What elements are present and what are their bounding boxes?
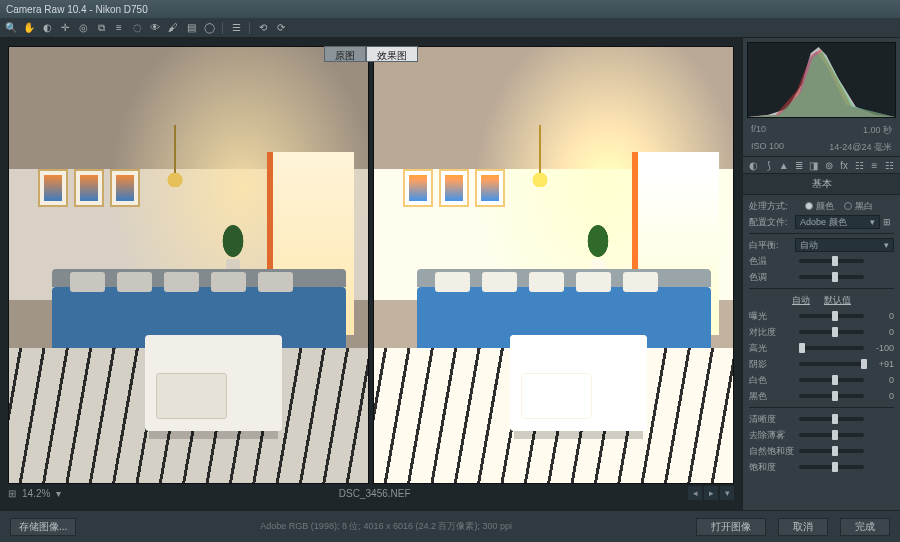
tab-snapshot-icon[interactable]: ☷ (883, 158, 896, 172)
white-balance-icon[interactable]: ◐ (40, 21, 54, 35)
profile-select[interactable]: Adobe 颜色▾ (795, 215, 880, 229)
temp-slider[interactable] (799, 259, 864, 263)
tab-fx-icon[interactable]: fx (838, 158, 851, 172)
exposure-slider[interactable] (799, 314, 864, 318)
tab-calib-icon[interactable]: ☷ (853, 158, 866, 172)
saturation-slider[interactable] (799, 465, 864, 469)
histogram[interactable] (747, 42, 896, 118)
dehaze-slider[interactable] (799, 433, 864, 437)
shadows-slider[interactable] (799, 362, 864, 366)
wb-select[interactable]: 自动▾ (795, 238, 894, 252)
spot-removal-icon[interactable]: ◌ (130, 21, 144, 35)
meta-iso: ISO 100 (751, 141, 784, 154)
treatment-bw-radio[interactable]: 黑白 (844, 200, 873, 213)
meta-lens: 14-24@24 毫米 (829, 141, 892, 154)
wb-label: 白平衡: (749, 239, 795, 252)
filename-label: DSC_3456.NEF (71, 488, 678, 499)
default-button[interactable]: 默认值 (824, 294, 851, 307)
hand-tool-icon[interactable]: ✋ (22, 21, 36, 35)
preview-before[interactable] (8, 46, 369, 484)
rotate-left-icon[interactable]: ⟲ (256, 21, 270, 35)
nav-prev-icon[interactable]: ◂ (688, 486, 702, 500)
crop-icon[interactable]: ⧉ (94, 21, 108, 35)
panel-tabs: ◐ ⟆ ▲ ≣ ◨ ⊚ fx ☷ ≡ ☷ (743, 156, 900, 174)
save-image-button[interactable]: 存储图像... (10, 518, 76, 536)
zoom-dropdown-icon[interactable]: ▾ (56, 488, 61, 499)
nav-next-icon[interactable]: ▸ (704, 486, 718, 500)
zoom-tool-icon[interactable]: 🔍 (4, 21, 18, 35)
profile-label: 配置文件: (749, 216, 795, 229)
whites-slider[interactable] (799, 378, 864, 382)
profile-grid-icon[interactable]: ⊞ (880, 217, 894, 227)
redeye-icon[interactable]: 👁 (148, 21, 162, 35)
tab-lens-icon[interactable]: ⊚ (822, 158, 835, 172)
window-title: Camera Raw 10.4 - Nikon D750 (6, 4, 148, 15)
treatment-color-radio[interactable]: 颜色 (805, 200, 834, 213)
open-image-button[interactable]: 打开图像 (696, 518, 766, 536)
side-panel: f/10 1.00 秒 ISO 100 14-24@24 毫米 ◐ ⟆ ▲ ≣ … (742, 38, 900, 510)
meta-aperture: f/10 (751, 124, 766, 137)
tab-before[interactable]: 原图 (324, 46, 366, 62)
brush-icon[interactable]: 🖌 (166, 21, 180, 35)
preview-after[interactable] (373, 46, 734, 484)
workflow-info[interactable]: Adobe RGB (1998); 8 位; 4016 x 6016 (24.2… (88, 520, 684, 533)
nav-menu-icon[interactable]: ▾ (720, 486, 734, 500)
titlebar: Camera Raw 10.4 - Nikon D750 (0, 0, 900, 18)
highlights-slider[interactable] (799, 346, 864, 350)
cancel-button[interactable]: 取消 (778, 518, 828, 536)
basic-panel: 处理方式: 颜色 黑白 配置文件: Adobe 颜色▾ ⊞ 白平衡: 自动▾ 色… (743, 195, 900, 510)
prefs-icon[interactable]: ☰ (229, 21, 243, 35)
vibrance-slider[interactable] (799, 449, 864, 453)
auto-button[interactable]: 自动 (792, 294, 810, 307)
preview-footer: ⊞ 14.2% ▾ DSC_3456.NEF ◂ ▸ ▾ (8, 484, 734, 502)
grid-toggle-icon[interactable]: ⊞ (8, 488, 16, 499)
tab-basic-icon[interactable]: ◐ (747, 158, 760, 172)
rotate-right-icon[interactable]: ⟳ (274, 21, 288, 35)
bottombar: 存储图像... Adobe RGB (1998); 8 位; 4016 x 60… (0, 510, 900, 542)
tab-curve-icon[interactable]: ⟆ (762, 158, 775, 172)
target-adjust-icon[interactable]: ◎ (76, 21, 90, 35)
radial-filter-icon[interactable]: ◯ (202, 21, 216, 35)
preview-pane: 原图 效果图 (0, 38, 742, 510)
straighten-icon[interactable]: ≡ (112, 21, 126, 35)
tab-preset-icon[interactable]: ≡ (868, 158, 881, 172)
grad-filter-icon[interactable]: ▤ (184, 21, 198, 35)
treatment-label: 处理方式: (749, 200, 795, 213)
preview-tabs: 原图 效果图 (324, 46, 418, 62)
blacks-slider[interactable] (799, 394, 864, 398)
done-button[interactable]: 完成 (840, 518, 890, 536)
meta-shutter: 1.00 秒 (863, 124, 892, 137)
tab-split-icon[interactable]: ◨ (807, 158, 820, 172)
clarity-slider[interactable] (799, 417, 864, 421)
tint-slider[interactable] (799, 275, 864, 279)
panel-title: 基本 (743, 174, 900, 195)
color-sampler-icon[interactable]: ✛ (58, 21, 72, 35)
zoom-level[interactable]: 14.2% (22, 488, 50, 499)
tab-hsl-icon[interactable]: ≣ (792, 158, 805, 172)
tab-detail-icon[interactable]: ▲ (777, 158, 790, 172)
contrast-slider[interactable] (799, 330, 864, 334)
tab-after[interactable]: 效果图 (366, 46, 418, 62)
toolbar: 🔍 ✋ ◐ ✛ ◎ ⧉ ≡ ◌ 👁 🖌 ▤ ◯ ☰ ⟲ ⟳ (0, 18, 900, 38)
